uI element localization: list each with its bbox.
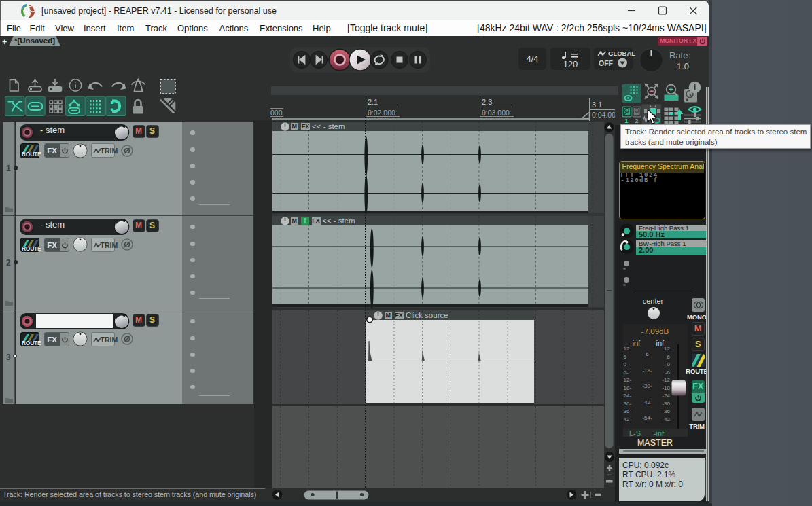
svg-text:i: i bbox=[694, 83, 696, 92]
svg-text:1: 1 bbox=[624, 117, 629, 124]
svg-text:2: 2 bbox=[635, 117, 638, 124]
